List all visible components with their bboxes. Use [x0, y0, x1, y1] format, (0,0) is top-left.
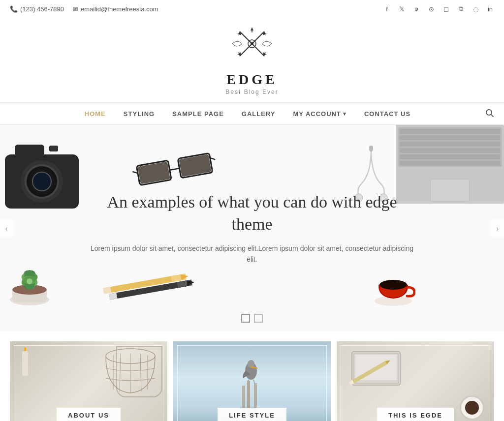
- dropdown-chevron-icon: ▾: [343, 111, 346, 117]
- nav-link-gallery[interactable]: GALLERY: [233, 103, 284, 124]
- phone-number: (123) 456-7890: [20, 5, 64, 13]
- card-label-3: THIS IS EGDE: [377, 408, 454, 421]
- nav-link-styling[interactable]: StyLiNG: [115, 103, 163, 124]
- nav-item-home[interactable]: HOME: [76, 103, 115, 124]
- nav-item-contact[interactable]: CONTACT US: [355, 103, 419, 124]
- svg-line-14: [170, 168, 180, 170]
- svg-rect-30: [430, 179, 470, 201]
- lastfm-icon[interactable]: ◌: [472, 5, 479, 13]
- logo-title: EDGE: [226, 72, 277, 88]
- card-about-us[interactable]: ABOUT US: [10, 341, 167, 421]
- svg-rect-29: [400, 161, 500, 166]
- card-label-2: LIFE STYLE: [218, 408, 286, 421]
- contact-info: 📞 (123) 456-7890 ✉ emailid@themefreesia.…: [10, 5, 158, 13]
- camera-flash: [49, 146, 58, 151]
- camera-body: [5, 154, 79, 209]
- svg-line-11: [491, 114, 494, 117]
- slider-dot-1[interactable]: [241, 314, 250, 323]
- pier-illustration: [232, 356, 272, 415]
- camera-lens-inner: [32, 172, 52, 191]
- card-edge[interactable]: THIS IS EGDE: [337, 341, 494, 421]
- cards-row: ABOUT US LIFE STYLE: [0, 331, 504, 421]
- phone-icon: 📞: [10, 5, 18, 13]
- svg-rect-24: [400, 129, 500, 134]
- main-nav: HOME StyLiNG SAMPLE PAGE GALLERY MY ACCO…: [0, 103, 504, 125]
- search-icon[interactable]: [485, 109, 494, 120]
- svg-rect-38: [109, 293, 118, 300]
- nav-item-sample[interactable]: SAMPLE PAGE: [163, 103, 233, 124]
- email-icon: ✉: [73, 5, 78, 13]
- card-label-1: ABOUT US: [57, 408, 121, 421]
- logo-tagline: Best Blog Ever: [225, 89, 278, 95]
- card-overlay-1: ABOUT US: [10, 408, 167, 421]
- slider-dots: [241, 314, 263, 323]
- logo-svg: [222, 27, 282, 71]
- nav-links: HOME StyLiNG SAMPLE PAGE GALLERY MY ACCO…: [10, 103, 485, 124]
- svg-line-56: [140, 354, 141, 391]
- logo-area: EDGE Best Blog Ever: [0, 18, 504, 103]
- nav-link-home[interactable]: HOME: [76, 103, 115, 124]
- pinterest-icon[interactable]: 𝖕: [412, 5, 420, 13]
- instagram-icon[interactable]: ◻: [442, 5, 450, 13]
- top-bar: 📞 (123) 456-7890 ✉ emailid@themefreesia.…: [0, 0, 504, 18]
- flickr-icon[interactable]: ⧉: [457, 5, 465, 13]
- svg-point-49: [27, 278, 32, 284]
- phone-info: 📞 (123) 456-7890: [10, 5, 64, 13]
- nav-item-gallery[interactable]: GALLERY: [233, 103, 284, 124]
- hero-title: An examples of what you can do with edge…: [90, 191, 414, 235]
- slider-prev-button[interactable]: ‹: [0, 220, 13, 237]
- email-info: ✉ emailid@themefreesia.com: [73, 5, 158, 13]
- nav-link-account[interactable]: MY ACCOUNT ▾: [284, 103, 355, 124]
- plant-image: [2, 253, 57, 307]
- nav-link-sample[interactable]: SAMPLE PAGE: [163, 103, 233, 124]
- svg-point-7: [251, 42, 253, 45]
- svg-rect-27: [400, 148, 500, 153]
- svg-marker-9: [251, 28, 253, 30]
- svg-rect-21: [369, 146, 373, 151]
- email-address: emailid@themefreesia.com: [81, 5, 158, 13]
- svg-rect-34: [103, 287, 111, 294]
- svg-rect-26: [400, 142, 500, 147]
- camera-image: [5, 140, 89, 218]
- nav-link-contact[interactable]: CONTACT US: [355, 103, 419, 124]
- card-lifestyle[interactable]: LIFE STYLE: [173, 341, 331, 421]
- svg-point-51: [379, 280, 407, 290]
- dribbble-icon[interactable]: ⊙: [427, 5, 435, 13]
- nav-item-account[interactable]: MY ACCOUNT ▾: [284, 103, 355, 124]
- camera-lens: [25, 164, 59, 199]
- camera-top: [15, 145, 44, 154]
- card-overlay-2: LIFE STYLE: [173, 408, 331, 421]
- svg-rect-25: [400, 135, 500, 140]
- hero-content: An examples of what you can do with edge…: [80, 181, 424, 274]
- twitter-icon[interactable]: 𝕏: [398, 5, 406, 13]
- slider-dot-2[interactable]: [254, 314, 263, 323]
- social-icons: f 𝕏 𝖕 ⊙ ◻ ⧉ ◌ in: [383, 5, 494, 13]
- svg-rect-28: [400, 154, 500, 159]
- candle-decoration: [22, 351, 28, 376]
- basket-illustration: [101, 346, 160, 410]
- nav-item-styling[interactable]: StyLiNG: [115, 103, 163, 124]
- svg-line-54: [120, 354, 121, 391]
- facebook-icon[interactable]: f: [383, 5, 391, 13]
- hero-section: An examples of what you can do with edge…: [0, 125, 504, 331]
- hero-description: Lorem ipsum dolor sit amet, consectetur …: [90, 243, 414, 265]
- logo-emblem: [222, 27, 282, 71]
- card-overlay-3: THIS IS EGDE: [337, 408, 494, 421]
- slider-next-button[interactable]: ›: [491, 220, 504, 237]
- linkedin-icon[interactable]: in: [486, 5, 494, 13]
